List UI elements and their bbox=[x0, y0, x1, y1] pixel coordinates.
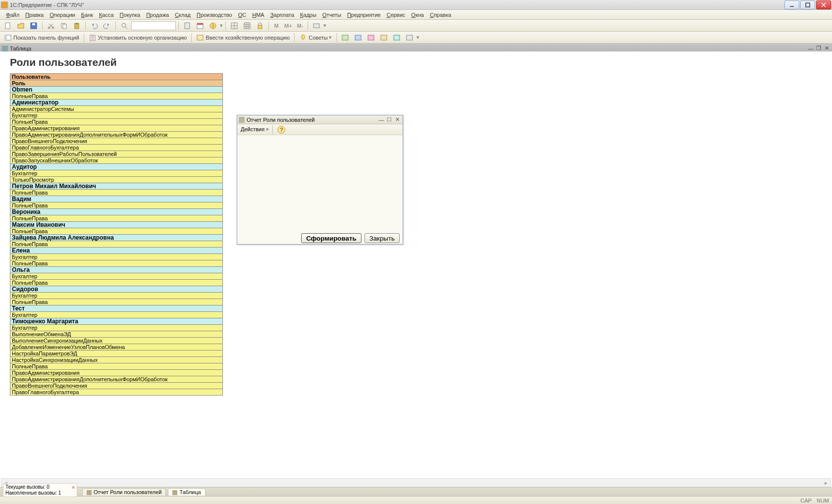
menu-правка[interactable]: Правка bbox=[22, 11, 47, 19]
m-plus-button[interactable]: M+ bbox=[282, 21, 294, 31]
horizontal-scrollbar[interactable]: ◂ ▸ bbox=[1, 478, 831, 487]
role-row[interactable]: ПолныеПрава bbox=[10, 190, 223, 196]
open-button[interactable] bbox=[15, 21, 27, 31]
user-row[interactable]: Петров Михаил Михайлович bbox=[10, 183, 223, 190]
role-row[interactable]: Бухгалтер bbox=[10, 273, 223, 280]
role-row[interactable]: ПравоГлавногоБухгалтера bbox=[10, 145, 223, 151]
window-close-button[interactable] bbox=[816, 0, 831, 9]
menu-справка[interactable]: Справка bbox=[427, 11, 454, 19]
user-row[interactable]: Вероника bbox=[10, 209, 223, 215]
save-button[interactable] bbox=[28, 21, 40, 31]
role-row[interactable]: ПравоГлавногоБухгалтера bbox=[10, 389, 223, 396]
role-row[interactable]: ПравоАдминистрирования bbox=[10, 125, 223, 132]
role-row[interactable]: ПравоАдминистрирования bbox=[10, 370, 223, 376]
user-row[interactable]: Администратор bbox=[10, 100, 223, 106]
doc-restore-button[interactable]: ❐ bbox=[815, 45, 822, 52]
copy-button[interactable] bbox=[58, 21, 70, 31]
user-row[interactable]: Obmen bbox=[10, 87, 223, 93]
menu-файл[interactable]: Файл bbox=[3, 11, 22, 19]
role-row[interactable]: ПолныеПрава bbox=[10, 93, 223, 100]
menu-производство[interactable]: Производство bbox=[194, 11, 235, 19]
role-row[interactable]: Бухгалтер bbox=[10, 254, 223, 260]
m-minus-button[interactable]: M- bbox=[295, 21, 306, 31]
menu-предприятие[interactable]: Предприятие bbox=[344, 11, 384, 19]
role-row[interactable]: ПолныеПрава bbox=[10, 241, 223, 248]
doc-close-button[interactable]: ✕ bbox=[823, 45, 830, 52]
dialog-minimize-button[interactable]: — bbox=[377, 116, 385, 123]
calendar-button[interactable] bbox=[194, 21, 206, 31]
tool-d[interactable] bbox=[378, 33, 390, 43]
role-row[interactable]: НастройкаПараметровЭД bbox=[10, 351, 223, 357]
window-minimize-button[interactable] bbox=[784, 0, 799, 9]
role-row[interactable]: ПолныеПрава bbox=[10, 228, 223, 235]
user-row[interactable]: Вадим bbox=[10, 196, 223, 202]
bottom-tab-table[interactable]: Таблица bbox=[168, 488, 205, 496]
m-button[interactable]: M bbox=[271, 21, 281, 31]
search-input[interactable] bbox=[131, 21, 176, 30]
generate-button[interactable]: Сформировать bbox=[301, 233, 362, 243]
user-row[interactable]: Елена bbox=[10, 248, 223, 254]
calc-button[interactable] bbox=[181, 21, 193, 31]
role-row[interactable]: ПравоАдминистрированияДополнительныхФорм… bbox=[10, 132, 223, 138]
dialog-close-button[interactable]: ✕ bbox=[393, 116, 401, 123]
menu-покупка[interactable]: Покупка bbox=[117, 11, 144, 19]
doc-minimize-button[interactable]: — bbox=[807, 45, 814, 52]
calls-close-button[interactable]: ✕ bbox=[71, 485, 75, 491]
menu-окна[interactable]: Окна bbox=[408, 11, 427, 19]
role-row[interactable]: ПолныеПрава bbox=[10, 215, 223, 222]
cut-button[interactable] bbox=[45, 21, 57, 31]
redo-button[interactable] bbox=[101, 21, 113, 31]
role-row[interactable]: ПолныеПрава bbox=[10, 119, 223, 125]
role-row[interactable]: ТолькоПросмотр bbox=[10, 177, 223, 183]
role-row[interactable]: Бухгалтер bbox=[10, 325, 223, 331]
tool-b[interactable] bbox=[352, 33, 364, 43]
role-row[interactable]: ВыполнениеОбменаЭД bbox=[10, 331, 223, 338]
menu-ос[interactable]: ОС bbox=[235, 11, 250, 19]
find-button[interactable] bbox=[118, 21, 130, 31]
user-row[interactable]: Тест bbox=[10, 305, 223, 312]
new-button[interactable] bbox=[2, 21, 14, 31]
user-row[interactable]: Аудитор bbox=[10, 164, 223, 170]
tool-e[interactable] bbox=[391, 33, 403, 43]
enter-op-button[interactable]: Ввести хозяйственную операцию bbox=[194, 33, 292, 43]
menu-кадры[interactable]: Кадры bbox=[297, 11, 319, 19]
dialog-maximize-button[interactable]: ☐ bbox=[385, 116, 393, 123]
menu-сервис[interactable]: Сервис bbox=[384, 11, 409, 19]
tool-a[interactable] bbox=[339, 33, 351, 43]
menu-отчеты[interactable]: Отчеты bbox=[319, 11, 344, 19]
role-row[interactable]: ПолныеПрава bbox=[10, 363, 223, 370]
role-row[interactable]: ВыполнениеСинхронизацииДанных bbox=[10, 338, 223, 344]
grid2-icon[interactable] bbox=[241, 21, 253, 31]
paste-button[interactable] bbox=[71, 21, 83, 31]
info-button[interactable]: i bbox=[207, 21, 219, 31]
role-row[interactable]: АдминистраторСистемы bbox=[10, 106, 223, 112]
menu-нма[interactable]: НМА bbox=[249, 11, 267, 19]
role-row[interactable]: ПравоЗавершенияРаботыПользователей bbox=[10, 151, 223, 157]
menu-зарплата[interactable]: Зарплата bbox=[267, 11, 297, 19]
menu-продажа[interactable]: Продажа bbox=[143, 11, 172, 19]
scroll-right-arrow[interactable]: ▸ bbox=[822, 479, 831, 487]
role-row[interactable]: ПолныеПрава bbox=[10, 280, 223, 286]
user-row[interactable]: Ольга bbox=[10, 267, 223, 273]
user-row[interactable]: Тимошенко Маргарита bbox=[10, 318, 223, 325]
role-row[interactable]: Бухгалтер bbox=[10, 293, 223, 299]
role-row[interactable]: ДобавлениеИзменениеУзловПлановОбмена bbox=[10, 344, 223, 351]
tool-c[interactable] bbox=[365, 33, 377, 43]
close-button[interactable]: Закрыть bbox=[364, 233, 400, 243]
undo-button[interactable] bbox=[88, 21, 100, 31]
role-row[interactable]: ПравоЗапускаВнешнихОбработок bbox=[10, 157, 223, 164]
role-row[interactable]: ПравоВнешнегоПодключения bbox=[10, 138, 223, 145]
user-row[interactable]: Сидоров bbox=[10, 286, 223, 293]
grid-icon[interactable] bbox=[228, 21, 240, 31]
menu-операции[interactable]: Операции bbox=[47, 11, 78, 19]
action-icon[interactable] bbox=[311, 21, 322, 31]
user-row[interactable]: Зайцева Людмила Александровна bbox=[10, 235, 223, 241]
role-row[interactable]: Бухгалтер bbox=[10, 312, 223, 318]
role-row[interactable]: Бухгалтер bbox=[10, 112, 223, 119]
lock-icon[interactable] bbox=[254, 21, 266, 31]
role-row[interactable]: ПолныеПрава bbox=[10, 299, 223, 305]
role-row[interactable]: ПолныеПрава bbox=[10, 202, 223, 209]
tool-f[interactable] bbox=[404, 33, 416, 43]
tips-button[interactable]: Советы▾ bbox=[297, 33, 333, 43]
dialog-actions-menu[interactable]: Действия ▾ bbox=[239, 126, 271, 133]
